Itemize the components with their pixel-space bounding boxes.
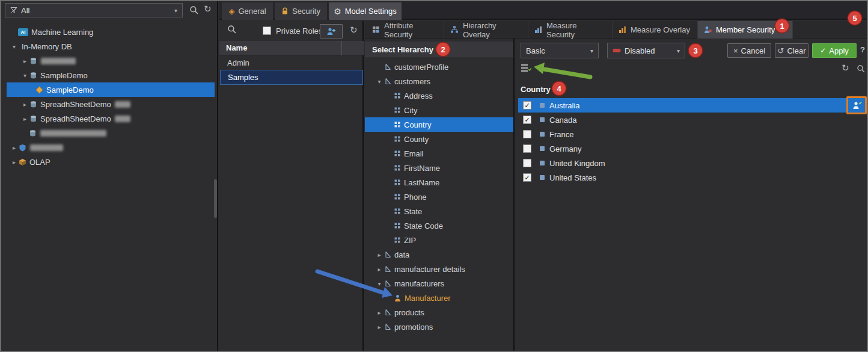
- hierarchy-icon: [384, 323, 391, 330]
- member-checkbox[interactable]: ✓: [523, 101, 531, 110]
- chevron-down-icon[interactable]: ▾: [374, 280, 384, 287]
- member-row-canada[interactable]: ✓ Canada: [518, 113, 867, 127]
- chevron-right-icon[interactable]: ▸: [374, 324, 384, 330]
- member-label: France: [549, 130, 573, 139]
- tree-item-redacted-shield[interactable]: ▸: [2, 140, 214, 155]
- tree-item-spreadsheetdemo-2[interactable]: ▸ SpreadhSheetDemo: [2, 111, 214, 126]
- refresh-icon[interactable]: ↻: [204, 4, 212, 13]
- tree-item-sampledemo-model[interactable]: SampleDemo: [7, 82, 215, 97]
- tab-general[interactable]: ◈ General: [222, 2, 274, 20]
- member-access-dropdown[interactable]: Disabled ▾: [607, 43, 685, 58]
- search-icon[interactable]: [857, 64, 865, 73]
- tree-item-spreadsheetdemo-1[interactable]: ▸ SpreadhSheetDemo: [2, 97, 214, 111]
- hierarchy-item-country[interactable]: Country: [365, 117, 513, 132]
- tab-measure-security[interactable]: Measure Security: [528, 21, 613, 39]
- attribute-icon: [394, 135, 401, 143]
- hierarchy-item-label: manufacturer details: [394, 265, 465, 274]
- clear-button[interactable]: ↺ Clear: [775, 43, 808, 58]
- hierarchy-item-customerprofile[interactable]: customerProfile: [365, 60, 513, 74]
- tree-item-redacted-db[interactable]: ▸: [2, 54, 214, 68]
- hierarchy-item-lastname[interactable]: LastName: [365, 175, 513, 190]
- refresh-icon[interactable]: ↻: [350, 25, 358, 34]
- hierarchy-item-firstname[interactable]: FirstName: [365, 161, 513, 175]
- hierarchy-item-city[interactable]: City: [365, 103, 513, 117]
- cube-icon: [19, 158, 26, 166]
- security-mode-dropdown[interactable]: Basic ▾: [521, 43, 599, 58]
- tab-attribute-security[interactable]: Attribute Security: [366, 21, 444, 39]
- hierarchy-item-label: Email: [404, 149, 424, 158]
- tree-item-redacted-db-2[interactable]: [2, 126, 214, 140]
- member-row-united-states[interactable]: ✓ United States: [518, 170, 867, 185]
- clear-icon: ↺: [778, 46, 784, 55]
- member-checkbox[interactable]: [523, 144, 531, 153]
- role-name: Samples: [228, 73, 258, 82]
- member-checkbox[interactable]: ✓: [523, 173, 531, 182]
- scope-dropdown[interactable]: All ▾: [5, 3, 183, 17]
- chevron-down-icon[interactable]: ▾: [20, 72, 29, 79]
- member-icon: [540, 103, 545, 108]
- chevron-down-icon[interactable]: ▾: [10, 43, 19, 50]
- tree-item-machine-learning[interactable]: AI Machine Learning: [2, 25, 214, 39]
- check-icon: ✓: [820, 46, 826, 55]
- add-role-button[interactable]: [320, 24, 343, 39]
- hierarchy-item-manufacturer[interactable]: Manufacturer: [365, 291, 513, 305]
- hierarchy-item-address[interactable]: Address: [365, 88, 513, 103]
- member-row-france[interactable]: France: [518, 127, 867, 141]
- redacted-label: [41, 58, 76, 64]
- disabled-state-icon: [613, 48, 621, 53]
- tree-item-olap[interactable]: ▸ OLAP: [2, 155, 214, 169]
- column-header-name: Name: [226, 43, 247, 52]
- chevron-right-icon[interactable]: ▸: [20, 58, 29, 64]
- tab-security[interactable]: Security: [275, 2, 328, 20]
- member-row-germany[interactable]: Germany: [518, 141, 867, 156]
- tab-measure-overlay[interactable]: Measure Overlay: [613, 21, 698, 39]
- member-row-united-kingdom[interactable]: United Kingdom: [518, 156, 867, 170]
- cancel-button[interactable]: × Cancel: [727, 43, 771, 58]
- chevron-right-icon[interactable]: ▸: [374, 309, 384, 316]
- hierarchy-item-customers[interactable]: ▾ customers: [365, 74, 513, 88]
- role-row-admin[interactable]: Admin: [219, 55, 364, 70]
- search-icon[interactable]: [189, 5, 198, 14]
- tab-hierarchy-overlay[interactable]: Hierarchy Overlay: [444, 21, 528, 39]
- role-row-samples[interactable]: Samples: [220, 70, 363, 85]
- tab-model-settings[interactable]: ⚙ Model Settings: [329, 2, 402, 20]
- hierarchy-item-zip[interactable]: ZIP: [365, 233, 513, 247]
- member-row-australia[interactable]: ✓ Australia: [518, 98, 867, 113]
- member-checkbox[interactable]: [523, 130, 531, 138]
- member-icon: [540, 132, 545, 137]
- chevron-right-icon[interactable]: ▸: [20, 116, 29, 122]
- search-icon[interactable]: [227, 25, 236, 34]
- hierarchy-item-phone[interactable]: Phone: [365, 190, 513, 204]
- chevron-right-icon[interactable]: ▸: [20, 101, 29, 108]
- member-checkbox[interactable]: [523, 159, 531, 167]
- hierarchy-item-email[interactable]: Email: [365, 146, 513, 161]
- private-roles-checkbox[interactable]: [263, 26, 271, 35]
- hierarchy-item-state-code[interactable]: State Code: [365, 218, 513, 233]
- show-checked-members-icon[interactable]: [521, 63, 531, 73]
- member-checkbox[interactable]: ✓: [523, 116, 531, 124]
- apply-button[interactable]: ✓ Apply: [812, 43, 857, 58]
- chevron-down-icon[interactable]: ▾: [374, 78, 384, 85]
- tree-item-in-memory-db[interactable]: ▾ In-Memory DB: [2, 39, 214, 54]
- chevron-right-icon[interactable]: ▸: [10, 144, 19, 151]
- hierarchy-item-promotions[interactable]: ▸ promotions: [365, 320, 513, 334]
- hierarchy-item-state[interactable]: State: [365, 204, 513, 218]
- chevron-right-icon[interactable]: ▸: [10, 159, 19, 165]
- hierarchy-item-manufacturer-details[interactable]: ▸ manufacturer details: [365, 262, 513, 276]
- hierarchy-item-manufacturers[interactable]: ▾ manufacturers: [365, 276, 513, 291]
- hierarchy-item-label: State Code: [404, 221, 443, 230]
- column-divider[interactable]: [341, 41, 342, 55]
- tree-item-sampledemo-db[interactable]: ▾ SampleDemo: [2, 68, 214, 82]
- refresh-icon[interactable]: ↻: [842, 63, 849, 72]
- hierarchy-item-label: customerProfile: [394, 63, 448, 72]
- chevron-right-icon[interactable]: ▸: [374, 252, 384, 258]
- scrollbar-thumb[interactable]: [214, 179, 217, 218]
- hierarchy-item-products[interactable]: ▸ products: [365, 305, 513, 320]
- panel-divider[interactable]: [513, 39, 515, 351]
- chevron-right-icon[interactable]: ▸: [374, 266, 384, 273]
- hierarchy-item-county[interactable]: County: [365, 132, 513, 146]
- redacted-label: [40, 130, 106, 137]
- hierarchy-item-data[interactable]: ▸ data: [365, 247, 513, 262]
- chevron-down-icon: ▾: [174, 7, 177, 14]
- help-button[interactable]: ?: [860, 45, 865, 54]
